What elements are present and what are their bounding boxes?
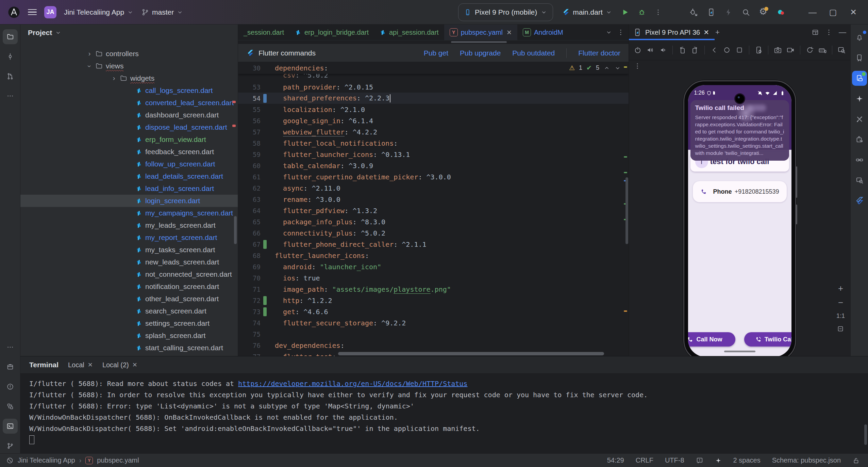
- code-line-62[interactable]: 62 async: ^2.11.0: [238, 182, 629, 194]
- power-button[interactable]: [632, 43, 643, 57]
- tab-options-button[interactable]: [617, 29, 624, 36]
- tree-item-call_logs_screen-dart[interactable]: call_logs_screen.dart: [20, 84, 238, 97]
- project-scrollbar[interactable]: [234, 216, 237, 244]
- running-devices-button[interactable]: [852, 71, 867, 86]
- error-stripe-mark[interactable]: [624, 310, 627, 312]
- rotate-left-button[interactable]: [677, 43, 687, 57]
- chevron-expanded-icon[interactable]: ›: [86, 63, 94, 69]
- dnd-icon[interactable]: [6, 457, 14, 464]
- tree-item-other_lead_screen-dart[interactable]: other_lead_screen.dart: [20, 293, 238, 305]
- editor-tab-AndroidM[interactable]: MAndroidM: [517, 25, 564, 40]
- code-line-68[interactable]: 68flutter_launcher_icons:: [238, 250, 629, 261]
- chevron-collapsed-icon[interactable]: ›: [87, 50, 92, 58]
- tree-item-dispose_lead_screen-dart[interactable]: dispose_lead_screen.dart: [20, 121, 238, 133]
- tree-item-lead_details_screen-dart[interactable]: lead_details_screen.dart: [20, 170, 238, 182]
- profile-avatar[interactable]: [776, 7, 786, 17]
- sparkle-icon[interactable]: [715, 457, 722, 464]
- code-line-61[interactable]: 61 flutter_cupertino_datetime_picker: ^3…: [238, 171, 629, 182]
- error-stripe-mark[interactable]: [624, 172, 627, 173]
- terminal-tab-Local[interactable]: Local✕: [63, 356, 98, 373]
- flutter-logo-button[interactable]: [852, 193, 867, 208]
- device-manager-button[interactable]: [852, 50, 867, 65]
- hide-panel-button[interactable]: —: [839, 29, 846, 36]
- record-button[interactable]: [785, 43, 796, 57]
- code-line-60[interactable]: 60 table_calendar: ^3.0.9: [238, 160, 629, 171]
- terminal-tab-Local-2-[interactable]: Local (2)✕: [98, 356, 142, 373]
- gemini-button[interactable]: [852, 91, 867, 106]
- editor-tab-_session-dart[interactable]: _session.dart: [238, 25, 289, 40]
- twilio-call-button[interactable]: Twilio Call: [744, 332, 791, 347]
- keyboard-button[interactable]: [817, 43, 828, 57]
- terminal-panel[interactable]: Terminal Local✕Local (2)✕ I/flutter ( 56…: [20, 356, 868, 453]
- device-mirror-button[interactable]: [707, 8, 716, 17]
- tree-item-my_leads_screen-dart[interactable]: my_leads_screen.dart: [20, 219, 238, 231]
- project-panel-title[interactable]: Project: [28, 29, 52, 37]
- terminal-button[interactable]: [3, 419, 18, 434]
- zoom-ratio[interactable]: 1:1: [836, 312, 845, 320]
- tree-item-my_campaigns_screen-dart[interactable]: my_campaigns_screen.dart: [20, 207, 238, 219]
- tab-scrollbar[interactable]: [451, 41, 507, 43]
- code-line-72[interactable]: 72 http: ^1.2.2: [238, 295, 629, 306]
- panel-options-button[interactable]: [825, 29, 833, 36]
- phone-screen[interactable]: 1:26 Twilio call failed Server responded…: [688, 85, 791, 356]
- device-selector[interactable]: Pixel 9 Pro (mobile): [458, 3, 553, 21]
- editor-hscrollbar[interactable]: [338, 352, 604, 355]
- statusbar-item-2-spaces[interactable]: 2 spaces: [733, 456, 761, 464]
- banner-action-pub-get[interactable]: Pub get: [424, 49, 448, 57]
- tree-item-settings_screen-dart[interactable]: settings_screen.dart: [20, 317, 238, 329]
- tree-item-controllers[interactable]: ›controllers: [20, 48, 238, 60]
- tree-item-new_leads_screen-dart[interactable]: new_leads_screen.dart: [20, 256, 238, 268]
- version-control-button[interactable]: [3, 438, 18, 453]
- maximize-button[interactable]: ▢: [827, 7, 839, 17]
- more-actions-button[interactable]: [654, 9, 662, 16]
- home-button[interactable]: [721, 43, 732, 57]
- code-line-71[interactable]: 71 image_path: "assets/images/playstore.…: [238, 284, 629, 295]
- rotate-right-button[interactable]: [690, 43, 700, 57]
- call-now-button[interactable]: Call Now: [688, 332, 735, 347]
- tree-item-my_tasks_screen-dart[interactable]: my_tasks_screen.dart: [20, 244, 238, 256]
- code-line-67[interactable]: 67 flutter_phone_direct_caller: ^2.1.1: [238, 239, 629, 250]
- editor-scrollbar[interactable]: [625, 177, 628, 244]
- minimize-button[interactable]: —: [807, 7, 818, 17]
- build-button[interactable]: [3, 359, 18, 374]
- code-line-76[interactable]: 76dev_dependencies:: [238, 340, 629, 351]
- project-folder-button[interactable]: [3, 29, 18, 44]
- code-line-55[interactable]: 55 localization: ^2.1.0: [238, 104, 629, 115]
- pull-request-button[interactable]: [3, 69, 18, 84]
- bolt-icon[interactable]: [724, 8, 733, 16]
- back-button[interactable]: [709, 43, 719, 57]
- branch-switcher[interactable]: master: [141, 8, 183, 16]
- tree-item-notification_screen-dart[interactable]: notification_screen.dart: [20, 280, 238, 293]
- error-stripe-mark[interactable]: [624, 66, 627, 68]
- banner-action-flutter-doctor[interactable]: Flutter doctor: [578, 49, 620, 57]
- close-tab-icon[interactable]: ✕: [703, 28, 709, 36]
- code-line-70[interactable]: 70 ios: true: [238, 272, 629, 284]
- vol-up-button[interactable]: [645, 43, 655, 57]
- attach-debugger-button[interactable]: [689, 8, 698, 17]
- close-button[interactable]: ✕: [848, 7, 859, 17]
- vol-down-button[interactable]: [658, 43, 668, 57]
- close-tab-icon[interactable]: ✕: [88, 361, 93, 369]
- device-tab[interactable]: Pixel 9 Pro API 36 ✕: [633, 28, 709, 37]
- code-line-63[interactable]: 63 rename: ^3.0.0: [238, 194, 629, 205]
- zoom-out-button[interactable]: −: [838, 298, 843, 307]
- flutter-inspector-button[interactable]: [852, 112, 867, 127]
- problems-button[interactable]: [3, 379, 18, 394]
- tree-item-my_report_screen-dart[interactable]: my_report_screen.dart: [20, 231, 238, 244]
- editor-tab-api_session-dart[interactable]: api_session.dart: [374, 25, 444, 40]
- tree-item-splash_screen-dart[interactable]: splash_screen.dart: [20, 329, 238, 342]
- notif-box-icon[interactable]: [696, 457, 703, 464]
- tree-item-converted_lead_screen-dart[interactable]: converted_lead_screen.dart: [20, 97, 238, 109]
- phone-mirror[interactable]: 1:26 Twilio call failed Server responded…: [683, 80, 796, 356]
- phone-number-card[interactable]: Phone +918208215539: [693, 181, 787, 202]
- zoom-in-button[interactable]: +: [838, 284, 843, 293]
- main-menu-button[interactable]: [28, 9, 37, 15]
- error-stripe-mark[interactable]: [624, 156, 627, 158]
- services-button[interactable]: [3, 399, 18, 414]
- restart-button[interactable]: [804, 43, 815, 57]
- search-button[interactable]: [741, 8, 750, 17]
- code-line-x[interactable]: csv: ^5.0.2: [238, 74, 629, 81]
- notifications-button[interactable]: [852, 30, 867, 45]
- tree-item-widgets[interactable]: ›widgets: [20, 72, 238, 84]
- run-button[interactable]: [621, 8, 629, 16]
